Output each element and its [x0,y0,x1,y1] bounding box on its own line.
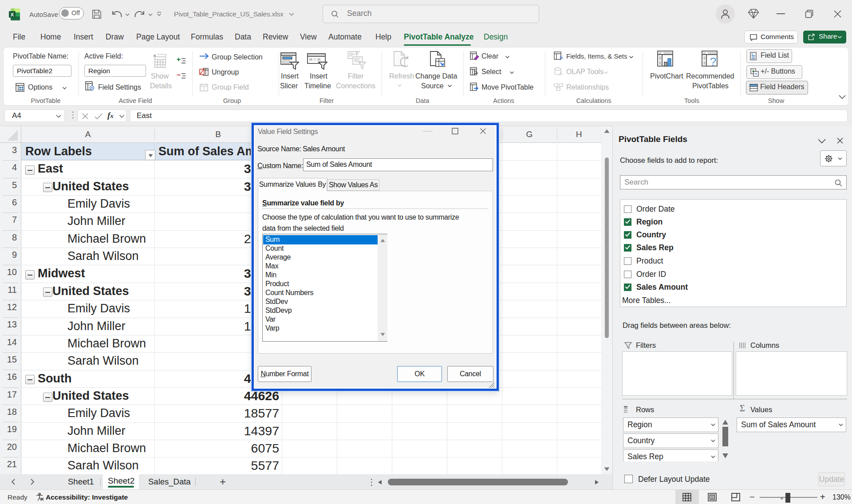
svg-text:fx: fx [560,55,563,60]
svg-text:7: 7 [203,87,205,91]
svg-text:X: X [11,12,14,17]
svg-text:fx: fx [560,71,563,76]
svg-text:?: ? [710,55,716,68]
